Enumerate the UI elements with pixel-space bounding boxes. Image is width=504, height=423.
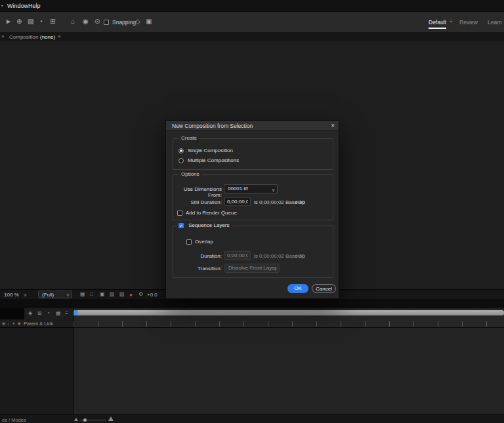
use-dimensions-chevron-icon: ∨: [272, 186, 275, 193]
shape-tool-icon[interactable]: ◇: [135, 18, 140, 25]
exposure-control[interactable]: +0.0: [147, 292, 158, 298]
timeline-zoom-in-icon[interactable]: [108, 416, 114, 421]
channels-icon[interactable]: ●: [129, 292, 133, 298]
new-composition-dialog: New Composition from Selection × Create …: [165, 120, 339, 299]
transparency-grid-icon[interactable]: ▨: [110, 292, 115, 297]
sequence-layers-group: ✓ Sequence Layers Overlap Duration: is 0…: [173, 226, 333, 278]
lock-column-icon[interactable]: ◆: [18, 321, 21, 325]
workspace-active-underline: [429, 28, 446, 29]
timeline-zoom-slider-handle[interactable]: [83, 418, 87, 422]
time-navigator-bar[interactable]: [74, 310, 504, 315]
timeline-tab-stub[interactable]: [0, 308, 24, 319]
timeline-layer-list-empty: [0, 328, 74, 414]
workspace-menu-icon[interactable]: ≡: [450, 19, 453, 24]
sequence-layers-label[interactable]: Sequence Layers: [188, 222, 229, 228]
composition-panel-tabbar: » Composition (none) ≡: [0, 32, 504, 41]
transition-value: Dissolve Front Layer: [228, 265, 276, 271]
panel-gap: [0, 299, 504, 308]
roto-brush-tool-icon[interactable]: ◔: [39, 18, 43, 25]
draft-3d-icon[interactable]: ⊞: [37, 311, 42, 316]
orbit-tool-icon[interactable]: ◉: [83, 18, 89, 25]
shy-layers-icon[interactable]: ◔: [47, 311, 50, 316]
create-group: Create Single Composition Multiple Compo…: [173, 138, 333, 170]
time-ruler[interactable]: [74, 315, 504, 328]
tab-composition-label[interactable]: Composition: [9, 34, 38, 41]
dialog-title: New Composition from Selection: [172, 123, 253, 129]
tab-composition-value[interactable]: (none): [40, 34, 55, 41]
eraser-tool-icon[interactable]: ▨: [28, 18, 33, 25]
brush-tool-icon[interactable]: ►: [5, 18, 12, 25]
grid-guides-icon[interactable]: ▦: [80, 292, 85, 297]
transition-dropdown: Dissolve Front Layer ∨: [224, 264, 280, 273]
menu-item-window[interactable]: Window: [7, 3, 28, 10]
timeline-header-icons-zone: ◈ ⊞ ◔ ▦ ≡: [24, 308, 74, 319]
motion-blur-icon[interactable]: ≡: [65, 311, 68, 316]
video-column-icon[interactable]: ◉: [2, 321, 5, 325]
use-dimensions-value: 00001.tif: [228, 186, 248, 191]
resolution-chevron-icon: ∨: [66, 292, 70, 298]
use-dimensions-dropdown[interactable]: 00001.tif ∨: [224, 184, 278, 193]
add-to-render-queue-checkbox[interactable]: [177, 211, 182, 216]
frame-blending-icon[interactable]: ▦: [56, 311, 61, 316]
resolution-value: (Full): [42, 292, 54, 298]
still-duration-drop-label: drop: [295, 199, 305, 206]
close-icon[interactable]: ×: [331, 122, 335, 129]
ok-button[interactable]: OK: [287, 284, 308, 293]
snapping-checkbox[interactable]: [104, 20, 109, 25]
use-dimensions-label: Use Dimensions From:: [173, 186, 222, 198]
tool-bar: ► ⊕ ▨ ◔ ⊞ ⌂ ◉ ⊙ Snapping ◇ ▣ Default ≡ R…: [0, 11, 504, 32]
region-of-interest-icon[interactable]: ▣: [100, 292, 105, 297]
sequence-duration-label: Duration:: [173, 253, 222, 259]
sequence-duration-input: [224, 251, 251, 260]
transition-label: Transition:: [173, 266, 222, 272]
playhead[interactable]: [74, 310, 78, 315]
add-to-render-queue-label[interactable]: Add to Render Queue: [186, 210, 237, 216]
timeline-columns-header: ◉ ♪ ● ◆ Parent & Link: [0, 319, 74, 328]
options-group-legend: Options: [178, 171, 202, 177]
pixel-aspect-icon[interactable]: ▧: [119, 292, 125, 297]
cancel-button[interactable]: Cancel: [312, 284, 336, 293]
composition-panel-menu-icon[interactable]: ≡: [58, 34, 61, 39]
options-group: Options Use Dimensions From: 00001.tif ∨…: [173, 174, 333, 220]
mask-visibility-icon[interactable]: □: [90, 292, 93, 297]
timeline-zoom-out-icon[interactable]: [74, 418, 78, 421]
fast-previews-gear-icon[interactable]: ⚙: [138, 292, 143, 297]
workspace-tab-learn[interactable]: Learn: [488, 19, 502, 26]
snapping-label[interactable]: Snapping: [112, 19, 136, 26]
workspace-tab-default[interactable]: Default: [429, 19, 446, 26]
single-composition-label[interactable]: Single Composition: [188, 148, 233, 154]
camera-tool-icon[interactable]: ⌂: [71, 18, 75, 25]
sequence-layers-checkbox[interactable]: ✓: [178, 223, 184, 228]
comp-mini-flowchart-icon[interactable]: ◈: [28, 311, 32, 316]
overlap-label[interactable]: Overlap: [195, 239, 213, 245]
zoom-level-button[interactable]: 100 %: [4, 292, 19, 298]
transition-chevron-icon: ∨: [274, 266, 277, 273]
puppet-pin-tool-icon[interactable]: ⊞: [50, 18, 55, 25]
still-duration-label: Still Duration:: [173, 199, 222, 205]
parent-link-column-header[interactable]: Parent & Link: [24, 321, 53, 327]
menu-bar: ▪ Window Help: [0, 0, 504, 11]
toggle-switches-modes-button[interactable]: es / Modes: [2, 417, 26, 423]
sequence-layers-legend-wrap: ✓ Sequence Layers: [177, 222, 232, 228]
multiple-compositions-radio[interactable]: [178, 158, 184, 163]
time-ruler-ticks: [74, 321, 504, 327]
create-group-legend: Create: [178, 135, 200, 141]
app-window: ▪ Window Help ► ⊕ ▨ ◔ ⊞ ⌂ ◉ ⊙ Snapping ◇…: [0, 0, 504, 423]
dolly-tool-icon[interactable]: ⊙: [94, 18, 100, 25]
zoom-chevron-icon[interactable]: ∨: [24, 292, 27, 298]
audio-column-icon[interactable]: ♪: [7, 321, 9, 325]
sequence-duration-drop-label: drop: [295, 253, 305, 260]
panel-expand-icon[interactable]: »: [1, 34, 4, 39]
workspace-tab-review[interactable]: Review: [459, 19, 478, 26]
app-icon: ▪: [1, 3, 3, 9]
solo-column-icon[interactable]: ●: [12, 321, 15, 325]
pen-tool-icon[interactable]: ▣: [146, 18, 152, 25]
dialog-titlebar[interactable]: New Composition from Selection ×: [166, 121, 339, 131]
menu-item-help[interactable]: Help: [28, 3, 41, 10]
still-duration-input[interactable]: [224, 197, 251, 206]
multiple-compositions-label[interactable]: Multiple Compositions: [188, 157, 239, 164]
overlap-checkbox[interactable]: [186, 239, 192, 245]
clone-stamp-tool-icon[interactable]: ⊕: [16, 18, 22, 25]
single-composition-radio[interactable]: [178, 148, 184, 153]
resolution-dropdown[interactable]: (Full) ∨: [38, 291, 72, 298]
